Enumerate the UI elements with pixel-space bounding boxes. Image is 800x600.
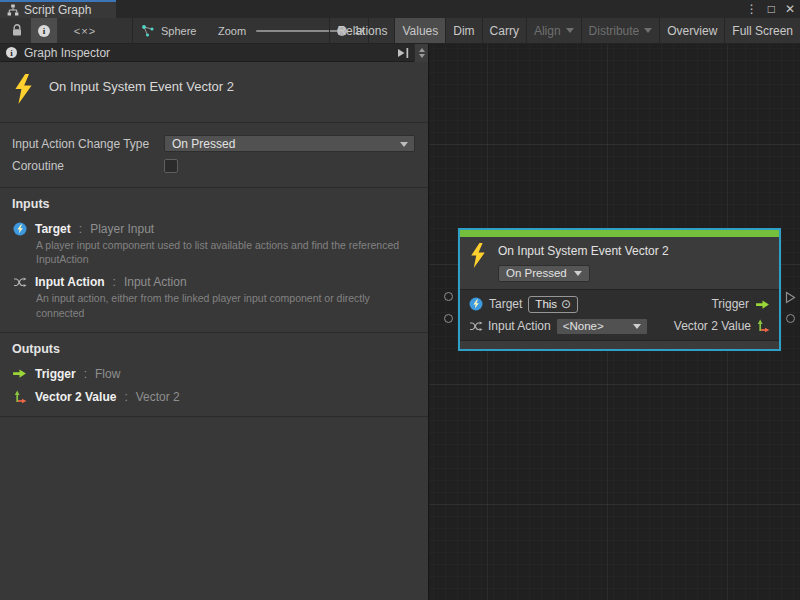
graph-inspector-panel: i Graph Inspector On Input System Event …	[0, 44, 429, 600]
inputs-heading: Inputs	[12, 197, 415, 211]
node-title: On Input System Event Vector 2	[498, 244, 669, 258]
graph-context-label: Sphere	[161, 25, 196, 37]
chevron-down-icon	[574, 271, 582, 276]
tab-bar: Script Graph ⋮ □ ✕	[0, 0, 800, 18]
graph-hierarchy-icon	[7, 4, 19, 16]
input-action-dropdown[interactable]: <None>	[556, 318, 648, 335]
io-head: Target : Player Input	[12, 222, 415, 236]
unity-script-graph-window: Script Graph ⋮ □ ✕ i <×> Sphe	[0, 0, 800, 600]
flow-arrow-icon	[12, 368, 27, 379]
vector2-port-group: Vector 2 Value	[674, 319, 770, 333]
input-action-icon	[469, 319, 483, 333]
toolbar-separator	[132, 18, 133, 43]
node-header[interactable]: On Input System Event Vector 2 On Presse…	[460, 237, 779, 289]
target-this-button[interactable]: This ⊙	[528, 296, 578, 313]
coroutine-checkbox[interactable]	[164, 159, 178, 173]
lightning-bolt-icon	[469, 243, 487, 268]
carry-button[interactable]: Carry	[482, 18, 526, 43]
dock-right-icon	[396, 47, 410, 59]
on-input-system-event-node[interactable]: On Input System Event Vector 2 On Presse…	[460, 230, 779, 349]
input-action-icon	[12, 275, 27, 289]
tab-label: Script Graph	[24, 3, 91, 17]
graph-context-button[interactable]: Sphere	[141, 18, 196, 43]
code-view-button[interactable]: <×>	[62, 18, 108, 43]
graph-canvas[interactable]: On Input System Event Vector 2 On Presse…	[429, 44, 800, 600]
vector2-icon	[12, 390, 27, 404]
io-description: A player input component used to list av…	[36, 238, 415, 266]
target-bolt-icon	[469, 297, 483, 311]
io-head: Input Action : Input Action	[12, 275, 415, 289]
toolbar-right-buttons: Relations Values Dim Carry Align Distrib…	[329, 18, 800, 43]
inspector-node-title: On Input System Event Vector 2	[49, 74, 234, 94]
input-item-input-action: Input Action : Input Action An input act…	[12, 275, 415, 319]
trigger-output-port[interactable]	[785, 290, 796, 308]
input-action-input-port[interactable]	[444, 314, 453, 323]
port-row-target-trigger: Target This ⊙ Trigger	[460, 293, 779, 315]
io-head: Trigger : Flow	[12, 367, 415, 381]
toolbar: i <×> Sphere Zoom 1x Relations Values Di…	[0, 18, 800, 44]
info-icon: i	[6, 47, 17, 58]
chevron-down-icon	[644, 28, 652, 33]
lightning-bolt-icon	[13, 74, 34, 104]
vector2-output-port[interactable]	[786, 314, 795, 323]
tab-script-graph[interactable]: Script Graph	[0, 0, 116, 18]
graph-inspector-title: Graph Inspector	[24, 46, 392, 60]
trigger-port-group: Trigger	[711, 297, 770, 311]
node-color-bar	[460, 230, 779, 237]
change-type-dropdown[interactable]: On Pressed	[164, 135, 415, 152]
graph-inspector-header: i Graph Inspector	[0, 44, 428, 62]
values-button[interactable]: Values	[394, 18, 445, 43]
chevron-down-icon	[566, 28, 574, 33]
inspector-fields: Input Action Change Type On Pressed Coro…	[0, 123, 428, 188]
node-header-text: On Input System Event Vector 2 On Presse…	[498, 243, 669, 282]
change-type-row: Input Action Change Type On Pressed	[12, 134, 415, 153]
zoom-label: Zoom	[218, 25, 246, 37]
object-picker-icon[interactable]: ⊙	[561, 298, 571, 310]
overview-button[interactable]: Overview	[659, 18, 724, 43]
align-button[interactable]: Align	[526, 18, 581, 43]
outputs-section: Outputs Trigger : Flow	[0, 333, 428, 417]
fullscreen-button[interactable]: Full Screen	[724, 18, 800, 43]
dim-button[interactable]: Dim	[445, 18, 481, 43]
chevron-down-icon	[633, 324, 641, 329]
panel-scroll-buttons[interactable]	[414, 44, 428, 62]
vector2-icon	[756, 319, 770, 333]
input-action-port-label: Input Action	[488, 319, 551, 333]
dock-panel-button[interactable]	[392, 44, 414, 61]
menu-icon[interactable]: ⋮	[746, 3, 758, 15]
graph-pointer-icon	[141, 24, 155, 38]
lock-icon	[11, 24, 23, 37]
relations-button[interactable]: Relations	[329, 18, 394, 43]
inspector-node-title-block: On Input System Event Vector 2	[0, 62, 428, 123]
target-port-group: Target This ⊙	[469, 296, 578, 313]
scroll-down-icon[interactable]	[419, 54, 425, 58]
node-footer	[460, 340, 779, 349]
target-input-port[interactable]	[444, 292, 453, 301]
flow-port-triangle-icon	[785, 291, 796, 304]
flow-arrow-icon	[755, 299, 770, 310]
close-icon[interactable]: ✕	[785, 3, 795, 15]
node-body: Target This ⊙ Trigger	[460, 289, 779, 340]
input-action-port-group: Input Action <None>	[469, 318, 648, 335]
io-head: Vector 2 Value : Vector 2	[12, 390, 415, 404]
trigger-port-label: Trigger	[711, 297, 749, 311]
window-controls: ⋮ □ ✕	[746, 0, 795, 18]
target-port-label: Target	[489, 297, 522, 311]
coroutine-label: Coroutine	[12, 159, 164, 173]
outputs-heading: Outputs	[12, 342, 415, 356]
chevron-down-icon	[400, 142, 408, 147]
coroutine-row: Coroutine	[12, 156, 415, 175]
port-row-inputaction-vector2: Input Action <None> Vector 2 Value	[460, 315, 779, 337]
inspector-toggle-button[interactable]: i	[31, 18, 57, 43]
lock-button[interactable]	[4, 18, 30, 43]
inputs-section: Inputs Target : Player Input A player in…	[0, 188, 428, 333]
input-item-target: Target : Player Input A player input com…	[12, 222, 415, 266]
distribute-button[interactable]: Distribute	[581, 18, 660, 43]
node-mode-dropdown[interactable]: On Pressed	[498, 265, 590, 282]
io-description: An input action, either from the linked …	[36, 291, 415, 319]
output-item-trigger: Trigger : Flow	[12, 367, 415, 381]
vector2-port-label: Vector 2 Value	[674, 319, 751, 333]
target-bolt-icon	[12, 222, 27, 236]
maximize-icon[interactable]: □	[768, 3, 775, 15]
scroll-up-icon[interactable]	[419, 48, 425, 52]
